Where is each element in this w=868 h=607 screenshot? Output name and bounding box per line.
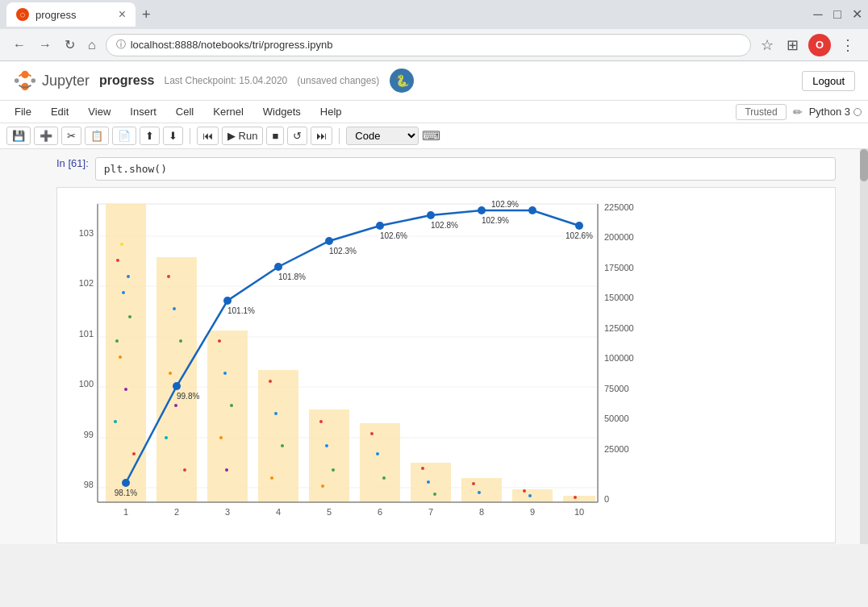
jupyter-logo-icon (13, 69, 37, 93)
menu-button[interactable]: ⋮ (837, 33, 858, 57)
user-avatar[interactable]: O (808, 34, 831, 56)
home-button[interactable]: ⌂ (85, 35, 99, 56)
logout-button[interactable]: Logout (802, 71, 855, 91)
svg-point-79 (523, 489, 526, 493)
scrollbar[interactable] (860, 149, 868, 544)
svg-rect-35 (309, 410, 349, 502)
svg-point-50 (115, 339, 119, 343)
svg-text:102.6%: 102.6% (565, 231, 593, 240)
notebook-title[interactable]: progress (99, 73, 154, 88)
browser-tab[interactable]: ⬡ progress × (6, 2, 136, 27)
menu-edit[interactable]: Edit (43, 102, 77, 121)
fast-backward-button[interactable]: ⏮ (197, 127, 219, 145)
unsaved-text: (unsaved changes) (297, 75, 379, 86)
svg-text:99.8%: 99.8% (177, 392, 199, 401)
kernel-status-icon (853, 108, 862, 116)
svg-point-67 (319, 420, 323, 423)
svg-point-61 (219, 436, 223, 439)
svg-text:200000: 200000 (604, 232, 634, 242)
svg-point-63 (269, 380, 272, 383)
restart-button[interactable]: ↺ (287, 127, 307, 145)
svg-point-42 (122, 291, 125, 294)
svg-point-41 (116, 259, 119, 262)
svg-text:99: 99 (84, 430, 94, 439)
menu-help[interactable]: Help (312, 102, 350, 121)
notebook-content: In [61]: plt.show() 103 102 101 100 99 9… (0, 149, 868, 544)
refresh-button[interactable]: ↻ (61, 34, 78, 56)
close-window-button[interactable]: ✕ (852, 10, 862, 19)
svg-point-59 (223, 372, 227, 375)
svg-point-55 (174, 404, 177, 407)
paste-button[interactable]: 📄 (112, 127, 136, 145)
svg-text:50000: 50000 (604, 414, 629, 423)
checkpoint-text: Last Checkpoint: 15.04.2020 (165, 75, 288, 86)
svg-point-48 (120, 243, 123, 246)
add-cell-button[interactable]: ➕ (34, 127, 58, 145)
restart-run-button[interactable]: ⏭ (311, 127, 332, 145)
windows-button[interactable]: ⊞ (783, 33, 802, 57)
svg-rect-33 (207, 331, 248, 502)
svg-point-70 (321, 484, 324, 488)
tab-close-button[interactable]: × (119, 8, 126, 21)
url-text: localhost:8888/notebooks/tri/progress.ip… (131, 39, 741, 51)
menu-kernel[interactable]: Kernel (205, 102, 252, 121)
svg-text:175000: 175000 (604, 263, 634, 272)
menu-file[interactable]: File (6, 102, 40, 121)
svg-text:103: 103 (79, 228, 94, 238)
save-button[interactable]: 💾 (6, 127, 31, 145)
address-bar[interactable]: ⓘ localhost:8888/notebooks/tri/progress.… (106, 34, 751, 56)
toolbar: 💾 ➕ ✂ 📋 📄 ⬆ ⬇ ⏮ ▶ Run ■ ↺ ⏭ Code Markdow… (0, 123, 868, 149)
svg-text:102.8%: 102.8% (431, 221, 458, 230)
maximize-button[interactable]: □ (833, 10, 842, 19)
cell-type-select[interactable]: Code Markdown Raw (346, 127, 419, 145)
secure-icon: ⓘ (116, 38, 126, 52)
svg-point-77 (472, 482, 475, 485)
svg-point-99 (325, 237, 333, 245)
svg-point-56 (165, 436, 168, 439)
svg-rect-40 (563, 496, 595, 502)
scrollbar-thumb[interactable] (860, 149, 868, 181)
run-button[interactable]: ▶ Run (222, 127, 263, 145)
move-up-button[interactable]: ⬆ (140, 127, 160, 145)
chart-output: 103 102 101 100 99 98 225000 200000 1750… (56, 187, 836, 543)
menu-view[interactable]: View (80, 102, 119, 121)
move-down-button[interactable]: ⬇ (163, 127, 183, 145)
tab-title: progress (35, 9, 112, 21)
keyboard-icon[interactable]: ⌨ (422, 128, 440, 143)
svg-point-81 (574, 496, 577, 499)
svg-text:101.1%: 101.1% (227, 306, 255, 315)
trusted-button[interactable]: Trusted (736, 104, 786, 120)
menu-insert[interactable]: Insert (122, 102, 165, 121)
bookmark-button[interactable]: ☆ (757, 33, 777, 57)
svg-point-76 (433, 493, 436, 496)
window-controls: ─ □ ✕ (813, 10, 862, 19)
svg-text:150000: 150000 (604, 293, 634, 302)
svg-text:⬡: ⬡ (20, 12, 25, 18)
cut-button[interactable]: ✂ (61, 127, 81, 145)
svg-point-65 (281, 444, 284, 447)
new-tab-button[interactable]: + (136, 3, 157, 27)
python-logo: 🐍 (389, 68, 415, 94)
svg-point-53 (179, 339, 182, 343)
minimize-button[interactable]: ─ (813, 10, 823, 19)
svg-text:10: 10 (574, 507, 584, 517)
edit-icon[interactable]: ✏ (793, 106, 803, 118)
cell-1-code[interactable]: plt.show() (95, 157, 836, 181)
svg-point-75 (427, 480, 430, 484)
svg-point-96 (173, 382, 181, 390)
svg-rect-36 (360, 423, 400, 502)
back-button[interactable]: ← (10, 35, 29, 56)
menu-cell[interactable]: Cell (168, 102, 202, 121)
svg-point-72 (376, 452, 379, 455)
svg-text:102: 102 (79, 278, 94, 288)
svg-point-73 (382, 476, 386, 480)
menu-widgets[interactable]: Widgets (255, 102, 309, 121)
copy-button[interactable]: 📋 (85, 127, 109, 145)
svg-text:🐍: 🐍 (395, 74, 410, 88)
chart-svg: 103 102 101 100 99 98 225000 200000 1750… (65, 196, 646, 534)
svg-point-98 (274, 263, 282, 271)
svg-text:102.6%: 102.6% (380, 231, 407, 240)
forward-button[interactable]: → (35, 35, 55, 56)
svg-text:6: 6 (378, 507, 382, 517)
stop-button[interactable]: ■ (266, 127, 284, 145)
